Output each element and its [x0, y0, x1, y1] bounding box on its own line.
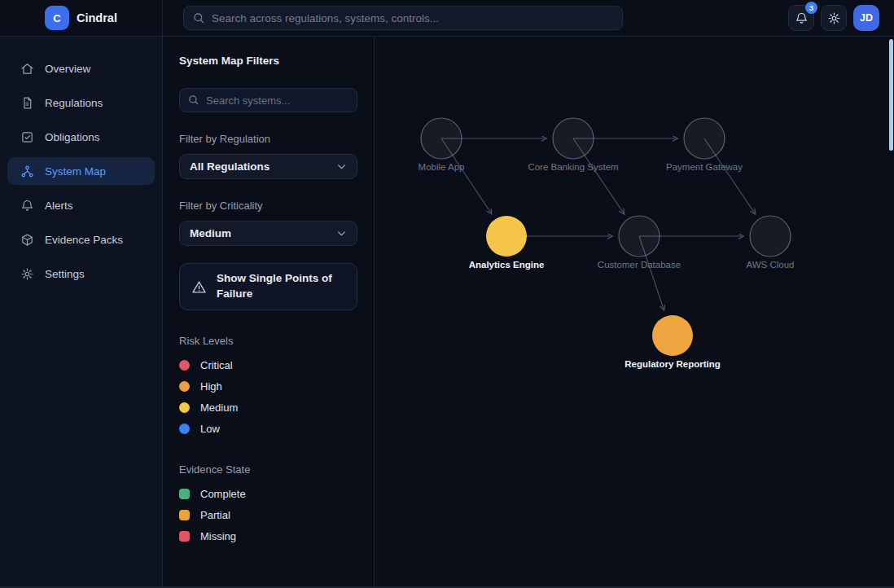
regulation-select[interactable]: All Regulations — [179, 154, 357, 179]
global-search-input[interactable] — [183, 6, 623, 30]
app-name: Cindral — [77, 11, 117, 24]
system-map-graph: Mobile AppCore Banking SystemPayment Gat… — [375, 37, 894, 588]
sidebar-item-regulations[interactable]: Regulations — [7, 89, 155, 116]
node-label: Core Banking System — [528, 162, 618, 172]
search-icon — [187, 94, 199, 106]
sidebar-item-label: Alerts — [45, 200, 73, 212]
document-icon — [20, 96, 34, 110]
criticality-select-value: Medium — [190, 227, 231, 239]
node-label: Payment Gateway — [666, 162, 743, 172]
scrollbar-thumb[interactable] — [889, 39, 893, 151]
sidebar-item-label: Obligations — [45, 131, 100, 143]
legend-item-partial: Partial — [179, 504, 357, 525]
gear-icon — [20, 267, 34, 281]
sidebar: OverviewRegulationsObligationsSystem Map… — [0, 37, 163, 586]
legend-item-high: High — [179, 375, 357, 397]
bell-icon — [795, 11, 809, 25]
topbar-actions: 3 JD — [788, 5, 879, 31]
app-logo-icon: C — [45, 6, 69, 30]
system-search — [179, 88, 357, 112]
legend-label: Medium — [200, 402, 238, 414]
regulation-select-value: All Regulations — [190, 160, 270, 173]
evidence-state-title: Evidence State — [179, 463, 357, 476]
warning-icon — [191, 279, 207, 295]
legend-swatch-icon — [179, 531, 190, 542]
filters-panel: System Map Filters Filter by Regulation … — [163, 37, 375, 588]
sidebar-item-alerts[interactable]: Alerts — [7, 191, 155, 219]
topbar: C Cindral 3 JD — [0, 0, 894, 37]
legend-dot-icon — [179, 360, 190, 371]
settings-button[interactable] — [821, 5, 847, 31]
legend-item-critical: Critical — [179, 354, 357, 375]
legend-dot-icon — [179, 381, 190, 392]
legend-item-medium: Medium — [179, 397, 357, 418]
node-mobile-app[interactable]: Mobile App — [419, 118, 465, 172]
regulation-filter-label: Filter by Regulation — [179, 133, 357, 145]
notifications-button[interactable]: 3 — [788, 5, 814, 31]
check-square-icon — [20, 130, 34, 144]
chevron-down-icon — [336, 161, 347, 172]
network-icon — [20, 165, 34, 178]
sidebar-item-obligations[interactable]: Obligations — [7, 123, 155, 151]
chevron-down-icon — [336, 228, 347, 239]
system-search-input[interactable] — [179, 88, 357, 112]
node-label: Customer Database — [598, 260, 681, 270]
sidebar-item-label: Settings — [45, 268, 85, 280]
avatar[interactable]: JD — [853, 5, 879, 31]
node-label: AWS Cloud — [746, 260, 794, 270]
legend-label: Critical — [200, 359, 233, 371]
node-regulatory-reporting[interactable]: Regulatory Reporting — [624, 315, 721, 369]
system-map-canvas[interactable]: Mobile AppCore Banking SystemPayment Gat… — [375, 37, 894, 588]
sidebar-item-overview[interactable]: Overview — [7, 55, 155, 82]
node-label: Analytics Engine — [469, 260, 545, 270]
gear-icon — [827, 11, 841, 25]
sidebar-item-evidence-packs[interactable]: Evidence Packs — [7, 226, 155, 253]
node-label: Regulatory Reporting — [624, 359, 721, 369]
legend-item-low: Low — [179, 418, 357, 439]
node-label: Mobile App — [419, 162, 465, 172]
node-payment-gateway[interactable]: Payment Gateway — [666, 118, 743, 172]
criticality-select[interactable]: Medium — [179, 221, 357, 246]
package-icon — [20, 233, 34, 247]
filters-title: System Map Filters — [179, 55, 357, 67]
sidebar-item-label: System Map — [45, 165, 106, 178]
home-icon — [20, 62, 34, 76]
node-aws-cloud[interactable]: AWS Cloud — [746, 216, 794, 270]
node-customer-database[interactable]: Customer Database — [598, 216, 681, 270]
risk-levels-legend: CriticalHighMediumLow — [179, 354, 357, 439]
legend-label: Low — [200, 423, 220, 435]
legend-item-complete: Complete — [179, 483, 357, 504]
legend-swatch-icon — [179, 510, 190, 520]
sidebar-item-settings[interactable]: Settings — [7, 260, 155, 287]
node-core-banking[interactable]: Core Banking System — [528, 118, 618, 172]
sidebar-item-label: Evidence Packs — [45, 234, 123, 246]
legend-dot-icon — [179, 423, 190, 434]
legend-item-missing: Missing — [179, 525, 357, 546]
global-search — [183, 6, 623, 30]
notification-badge: 3 — [805, 2, 817, 14]
search-icon — [192, 11, 205, 24]
node-analytics-engine[interactable]: Analytics Engine — [469, 216, 545, 270]
legend-swatch-icon — [179, 489, 190, 499]
legend-label: Complete — [200, 488, 246, 500]
legend-dot-icon — [179, 402, 190, 413]
legend-label: Partial — [200, 509, 230, 521]
legend-label: High — [200, 380, 222, 393]
spof-button-label: Show Single Points of Failure — [217, 271, 345, 302]
legend-label: Missing — [200, 530, 236, 542]
sidebar-item-label: Regulations — [45, 97, 103, 109]
bell-icon — [20, 199, 34, 213]
sidebar-item-system-map[interactable]: System Map — [7, 157, 155, 185]
brand: C Cindral — [0, 0, 163, 36]
spof-button[interactable]: Show Single Points of Failure — [179, 263, 357, 310]
evidence-state-legend: CompletePartialMissing — [179, 483, 357, 546]
criticality-filter-label: Filter by Criticality — [179, 200, 357, 212]
risk-levels-title: Risk Levels — [179, 335, 357, 347]
sidebar-item-label: Overview — [45, 63, 90, 75]
